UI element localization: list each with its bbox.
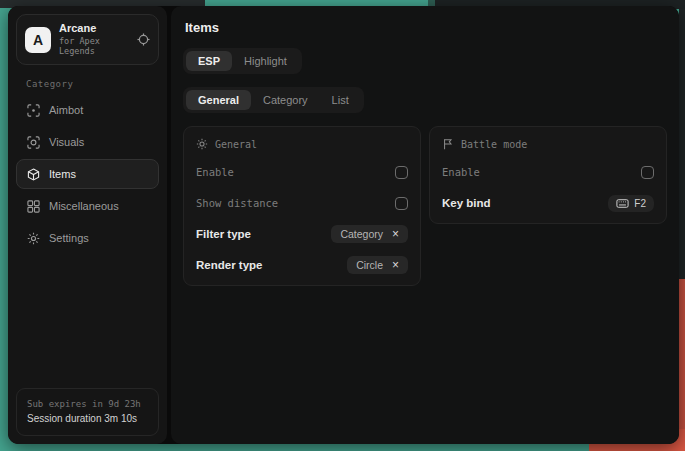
tab-category[interactable]: Category	[251, 90, 320, 110]
render-type-select[interactable]: Circle ×	[347, 256, 408, 274]
filter-type-select[interactable]: Category ×	[331, 225, 408, 243]
sub-expires-text: Sub expires in 9d 23h	[27, 397, 148, 411]
brand-text: Arcane for Apex Legends	[59, 22, 129, 57]
show-distance-checkbox[interactable]	[395, 197, 408, 210]
select-value: Circle	[356, 259, 383, 271]
setting-label: Enable	[442, 166, 480, 178]
setting-row-show-distance: Show distance	[196, 194, 408, 212]
card-title: General	[215, 139, 257, 150]
select-value: Category	[340, 228, 383, 240]
sub-tabs: General Category List	[183, 87, 364, 113]
clear-icon[interactable]: ×	[392, 259, 399, 271]
keyboard-icon	[616, 199, 629, 208]
battle-enable-checkbox[interactable]	[641, 166, 654, 179]
setting-row-enable: Enable	[196, 163, 408, 181]
session-duration-text: Session duration 3m 10s	[27, 411, 148, 427]
tab-general[interactable]: General	[186, 90, 251, 110]
game-background-red	[679, 279, 685, 429]
sidebar-item-label: Miscellaneous	[49, 200, 119, 212]
sidebar-item-miscellaneous[interactable]: Miscellaneous	[16, 191, 159, 221]
tab-highlight[interactable]: Highlight	[232, 51, 299, 71]
subscription-info-card: Sub expires in 9d 23h Session duration 3…	[16, 388, 159, 436]
crosshair-icon	[26, 103, 40, 117]
sidebar-item-label: Visuals	[49, 136, 84, 148]
page-title: Items	[185, 20, 667, 35]
sun-icon	[196, 138, 208, 150]
tab-esp[interactable]: ESP	[186, 51, 232, 71]
general-card-header: General	[196, 138, 408, 150]
brand-subtitle: for Apex Legends	[59, 36, 129, 57]
setting-label: Key bind	[442, 197, 491, 209]
sidebar-item-visuals[interactable]: Visuals	[16, 127, 159, 157]
brand-name: Arcane	[59, 22, 129, 36]
package-icon	[26, 167, 40, 181]
settings-cards: General Enable Show distance Filter type…	[183, 126, 667, 286]
setting-row-enable: Enable	[442, 163, 654, 181]
sidebar-item-aimbot[interactable]: Aimbot	[16, 95, 159, 125]
setting-label: Enable	[196, 166, 234, 178]
cheat-menu-window: A Arcane for Apex Legends Category	[8, 6, 679, 444]
sidebar-item-label: Items	[49, 168, 76, 180]
keybind-value: F2	[634, 198, 646, 209]
sidebar-item-settings[interactable]: Settings	[16, 223, 159, 253]
category-section-label: Category	[26, 79, 151, 89]
setting-label: Render type	[196, 259, 262, 271]
main-panel: Items ESP Highlight General Category Lis…	[171, 6, 679, 444]
keybind-button[interactable]: F2	[608, 195, 654, 212]
battle-mode-card-header: Battle mode	[442, 138, 654, 150]
target-icon[interactable]	[137, 33, 150, 46]
brand-card: A Arcane for Apex Legends	[16, 14, 159, 65]
general-card: General Enable Show distance Filter type…	[183, 126, 421, 286]
card-title: Battle mode	[461, 139, 527, 150]
gear-icon	[26, 231, 40, 245]
brand-logo: A	[25, 27, 51, 53]
tab-list[interactable]: List	[320, 90, 361, 110]
flag-icon	[442, 138, 454, 150]
sidebar-item-items[interactable]: Items	[16, 159, 159, 189]
eye-icon	[26, 135, 40, 149]
setting-row-render-type: Render type Circle ×	[196, 256, 408, 274]
grid-icon	[26, 199, 40, 213]
sidebar: A Arcane for Apex Legends Category	[8, 6, 167, 444]
sidebar-item-label: Settings	[49, 232, 89, 244]
mode-tabs: ESP Highlight	[183, 48, 302, 74]
setting-label: Show distance	[196, 197, 278, 209]
setting-row-key-bind: Key bind F2	[442, 194, 654, 212]
clear-icon[interactable]: ×	[392, 228, 399, 240]
setting-label: Filter type	[196, 228, 251, 240]
enable-checkbox[interactable]	[395, 166, 408, 179]
setting-row-filter-type: Filter type Category ×	[196, 225, 408, 243]
sidebar-item-label: Aimbot	[49, 104, 83, 116]
game-background-shade	[679, 9, 685, 279]
sidebar-nav: Aimbot Visuals	[16, 95, 159, 253]
battle-mode-card: Battle mode Enable Key bind	[429, 126, 667, 224]
